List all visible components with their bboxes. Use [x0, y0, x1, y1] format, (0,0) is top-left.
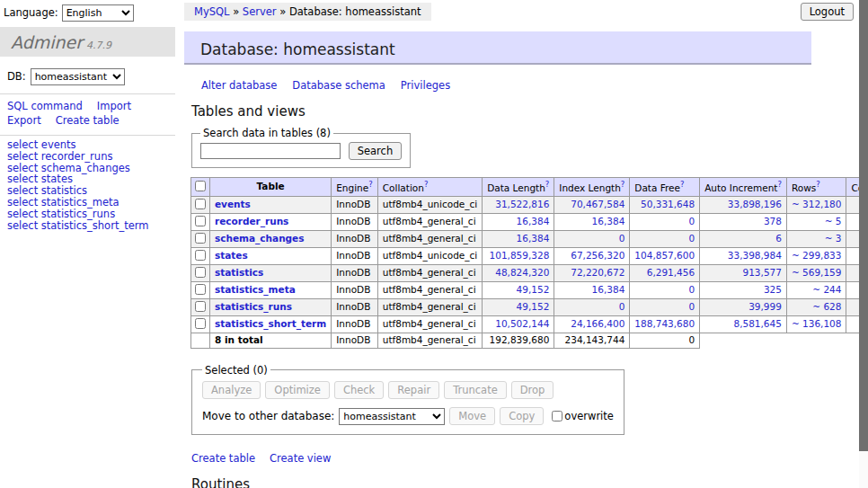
row-checkbox-cell: [191, 247, 210, 264]
data-length-cell: 16,384: [483, 213, 554, 230]
data-free-cell: 188,743,680: [630, 315, 700, 333]
check-button[interactable]: Check: [334, 381, 384, 399]
language-select[interactable]: English: [62, 4, 134, 22]
db-select[interactable]: homeassistant: [31, 68, 125, 85]
search-button[interactable]: Search: [349, 142, 403, 160]
move-button[interactable]: Move: [449, 407, 495, 425]
sidebar-link-import[interactable]: Import: [97, 100, 131, 112]
copy-button[interactable]: Copy: [500, 407, 544, 425]
table-name-link[interactable]: states: [215, 250, 248, 261]
help-icon[interactable]: ?: [816, 180, 820, 189]
create-table-link[interactable]: Create table: [191, 452, 255, 465]
create-links: Create tableCreate view: [191, 452, 822, 465]
table-name-cell: states: [210, 247, 332, 264]
total-data-length-cell: 192,839,680: [483, 333, 554, 348]
rows-count-link[interactable]: ~ 136,108: [792, 318, 842, 329]
analyze-button[interactable]: Analyze: [202, 381, 261, 399]
data-length-cell: 31,522,816: [483, 196, 554, 213]
breadcrumb-link[interactable]: Server: [243, 5, 277, 18]
rows-count-link[interactable]: ~ 312,180: [792, 199, 842, 209]
row-checkbox[interactable]: [195, 284, 206, 295]
row-checkbox[interactable]: [195, 233, 206, 244]
search-fieldset: Search data in tables (8) Search: [191, 127, 411, 168]
rows-count-link[interactable]: ~ 244: [812, 284, 841, 295]
row-checkbox[interactable]: [195, 250, 206, 261]
selected-buttons: AnalyzeOptimizeCheckRepairTruncateDrop: [202, 381, 614, 399]
select-all-checkbox[interactable]: [195, 181, 206, 191]
row-checkbox-cell: [191, 315, 210, 333]
table-row: statisticsInnoDButf8mb4_general_ci48,824…: [191, 264, 868, 281]
data-free-cell: 104,857,600: [630, 247, 700, 264]
table-name-cell: statistics_meta: [210, 281, 332, 298]
db-link-database-schema[interactable]: Database schema: [292, 79, 385, 92]
scrollbar-thumb[interactable]: [859, 0, 868, 451]
row-checkbox[interactable]: [195, 199, 206, 209]
table-name-link[interactable]: statistics_meta: [215, 284, 296, 295]
tables-heading: Tables and views: [191, 103, 822, 120]
index-length-cell: 0: [554, 298, 630, 315]
help-icon[interactable]: ?: [777, 180, 782, 189]
move-row: Move to other database:homeassistantMove…: [202, 407, 614, 425]
help-icon[interactable]: ?: [424, 180, 429, 189]
breadcrumb-link[interactable]: MySQL: [194, 5, 230, 18]
table-name-link[interactable]: recorder_runs: [215, 216, 288, 226]
table-name-link[interactable]: schema_changes: [215, 233, 305, 244]
help-icon[interactable]: ?: [621, 180, 625, 189]
collation-cell: utf8mb4_general_ci: [377, 230, 482, 247]
column-header-rows: Rows?: [786, 178, 846, 197]
adminer-link[interactable]: Adminer: [11, 32, 83, 52]
optimize-button[interactable]: Optimize: [265, 381, 330, 399]
create-view-link[interactable]: Create view: [270, 452, 331, 465]
table-row: recorder_runsInnoDButf8mb4_general_ci16,…: [191, 213, 868, 230]
row-checkbox[interactable]: [195, 318, 206, 329]
help-icon[interactable]: ?: [368, 180, 373, 189]
search-input[interactable]: [200, 143, 341, 159]
tables-tbody: eventsInnoDButf8mb4_unicode_ci31,522,816…: [191, 196, 868, 348]
index-length-cell: 16,384: [554, 281, 630, 298]
table-name-link[interactable]: statistics_runs: [215, 301, 292, 312]
overwrite-checkbox[interactable]: [552, 411, 562, 421]
table-name-cell: events: [210, 196, 332, 213]
rows-count-link[interactable]: ~ 569,159: [792, 267, 842, 278]
page-title: Database: homeassistant: [184, 31, 811, 65]
rows-count-link[interactable]: ~ 3: [825, 233, 842, 244]
rows-cell: ~ 244: [786, 281, 846, 298]
db-link-alter-database[interactable]: Alter database: [201, 79, 277, 92]
move-db-select[interactable]: homeassistant: [339, 408, 445, 425]
sidebar-link-export[interactable]: Export: [7, 114, 41, 127]
vertical-scrollbar[interactable]: [859, 0, 868, 488]
rows-count-link[interactable]: ~ 628: [812, 301, 841, 312]
collation-cell: utf8mb4_general_ci: [377, 264, 482, 281]
help-icon[interactable]: ?: [545, 180, 550, 189]
engine-cell: InnoDB: [332, 230, 378, 247]
data-free-cell: 6,291,456: [630, 264, 700, 281]
truncate-button[interactable]: Truncate: [444, 381, 507, 399]
row-checkbox[interactable]: [195, 216, 206, 226]
table-row: eventsInnoDButf8mb4_unicode_ci31,522,816…: [191, 196, 868, 213]
sidebar-table-link[interactable]: select statistics_short_term: [7, 219, 148, 232]
table-name-link[interactable]: statistics_short_term: [215, 318, 326, 329]
rows-count-link[interactable]: ~ 5: [825, 216, 842, 226]
db-label: DB:: [7, 70, 26, 83]
total-label-cell: 8 in total: [210, 333, 332, 348]
sidebar-link-sql-command[interactable]: SQL command: [7, 100, 83, 112]
db-link-privileges[interactable]: Privileges: [401, 79, 450, 92]
breadcrumb-separator: »: [230, 5, 243, 18]
table-name-link[interactable]: events: [215, 199, 251, 209]
row-checkbox[interactable]: [195, 301, 206, 312]
repair-button[interactable]: Repair: [388, 381, 439, 399]
data-length-cell: 49,152: [483, 281, 554, 298]
help-icon[interactable]: ?: [680, 180, 685, 189]
engine-cell: InnoDB: [332, 298, 378, 315]
drop-button[interactable]: Drop: [511, 381, 554, 399]
app-title: Adminer4.7.9: [0, 27, 175, 57]
column-header-engine: Engine?: [332, 178, 378, 197]
row-checkbox[interactable]: [195, 267, 206, 278]
rows-count-link[interactable]: ~ 299,833: [792, 250, 842, 261]
overwrite-label: overwrite: [551, 410, 614, 422]
table-name-link[interactable]: statistics: [215, 267, 263, 278]
sidebar-link-create-table[interactable]: Create table: [56, 114, 120, 127]
column-header-collation: Collation?: [377, 178, 482, 197]
collation-cell: utf8mb4_general_ci: [377, 298, 482, 315]
total-row: 8 in totalInnoDButf8mb4_general_ci192,83…: [191, 333, 868, 348]
